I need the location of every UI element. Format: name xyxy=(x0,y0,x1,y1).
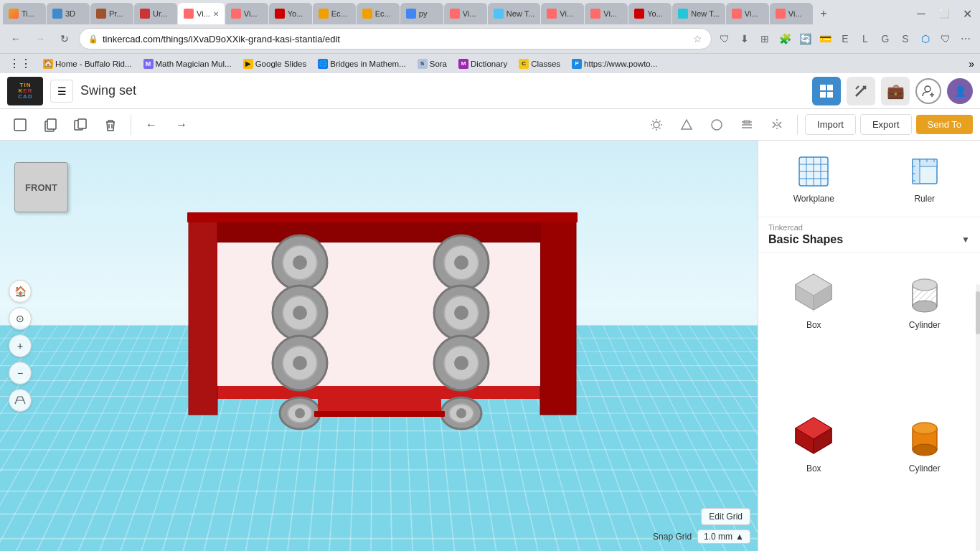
close-button[interactable]: ✕ xyxy=(957,4,977,24)
import-button[interactable]: Import xyxy=(805,114,856,135)
bookmark-slides-label: Google Slides xyxy=(255,60,307,68)
pickaxe-button[interactable] xyxy=(847,77,875,105)
bookmark-home[interactable]: 🏠 Home - Buffalo Rid... xyxy=(40,57,135,70)
tab-t16[interactable]: New T... xyxy=(672,3,725,24)
bookmark-slides[interactable]: ▶ Google Slides xyxy=(240,57,310,70)
bookmark-classes[interactable]: C Classes xyxy=(516,57,563,70)
right-panel-scrollbar[interactable] xyxy=(976,284,980,551)
tab-t1[interactable]: Ti... xyxy=(3,3,46,24)
duplicate-button[interactable] xyxy=(67,112,93,138)
browser-sync-icon[interactable]: 🔄 xyxy=(796,30,814,47)
add-user-button[interactable] xyxy=(915,78,941,104)
lastpass-icon[interactable]: L xyxy=(857,30,874,47)
zoom-in-button[interactable]: + xyxy=(9,334,32,357)
shield-icon[interactable]: 🛡 xyxy=(716,30,733,47)
download-icon[interactable]: ⬇ xyxy=(736,30,753,47)
tab-t12[interactable]: New T... xyxy=(488,3,541,24)
restore-button[interactable]: ⬜ xyxy=(934,4,954,24)
bookmark-bridges[interactable]: 🌐 Bridges in Mathem... xyxy=(315,57,408,70)
delete-button[interactable] xyxy=(98,112,123,138)
home-view-button[interactable]: 🏠 xyxy=(9,280,32,303)
edit-grid-button[interactable]: Edit Grid xyxy=(701,508,750,525)
tab-t6[interactable]: Vi... xyxy=(225,3,268,24)
shape-cylinder-gray[interactable]: Cylinder xyxy=(870,258,981,402)
ruler-button[interactable]: Ruler xyxy=(870,148,981,209)
shape-tools-button[interactable] xyxy=(674,112,699,138)
tinkercad-logo[interactable]: T I N K E R C A D xyxy=(7,77,43,105)
bookmarks-more-icon[interactable]: » xyxy=(969,58,974,70)
address-input[interactable]: 🔒 tinkercad.com/things/iXvaD9oXXik-grand… xyxy=(79,28,712,50)
svg-rect-12 xyxy=(47,119,56,129)
align-button[interactable] xyxy=(734,112,760,138)
shapes-category-name: Basic Shapes xyxy=(768,233,843,246)
briefcase-button[interactable]: 💼 xyxy=(881,77,910,105)
circle-tool-button[interactable] xyxy=(704,112,730,138)
redo-button[interactable]: → xyxy=(169,112,194,138)
shape-box-gray[interactable]: Box xyxy=(758,258,870,402)
right-panel-scrollbar-thumb[interactable] xyxy=(976,291,980,334)
grammarly-icon[interactable]: G xyxy=(877,30,894,47)
tab-t11[interactable]: Vi... xyxy=(444,3,487,24)
light-button[interactable] xyxy=(644,112,669,138)
viewport[interactable]: FRONT xyxy=(0,141,758,551)
tab-label-t9: Ec... xyxy=(375,9,394,18)
shape-cylinder-orange[interactable]: Cylinder xyxy=(870,402,981,545)
back-button[interactable]: ← xyxy=(6,29,26,49)
tab-t7[interactable]: Yo... xyxy=(269,3,312,24)
star-icon[interactable]: ☆ xyxy=(693,33,702,44)
svg-rect-63 xyxy=(318,392,441,413)
sora-icon[interactable]: S xyxy=(897,30,914,47)
grid-view-button[interactable] xyxy=(812,77,841,105)
tab-t3[interactable]: Pr... xyxy=(90,3,133,24)
send-to-button[interactable]: Send To xyxy=(916,115,973,134)
tab-t8[interactable]: Ec... xyxy=(313,3,356,24)
tab-t14[interactable]: Vi... xyxy=(585,3,628,24)
tab-t2[interactable]: 3D xyxy=(47,3,90,24)
svg-point-96 xyxy=(913,444,937,456)
new-plane-button[interactable] xyxy=(7,112,33,138)
tab-t10[interactable]: py xyxy=(400,3,443,24)
snap-value-button[interactable]: 1.0 mm ▲ xyxy=(697,529,750,544)
tab-t9[interactable]: Ec... xyxy=(357,3,400,24)
tab-t5[interactable]: Vi... ✕ xyxy=(178,3,225,24)
workplane-button[interactable]: Workplane xyxy=(758,148,870,209)
reload-button[interactable]: ↻ xyxy=(55,29,75,49)
bookmark-dictionary[interactable]: M Dictionary xyxy=(456,57,510,70)
bookmark-math[interactable]: M Math Magician Mul... xyxy=(141,57,235,70)
svg-rect-1 xyxy=(827,85,833,90)
tab-label-t15: Yo... xyxy=(647,9,666,18)
tab-favicon-t12 xyxy=(494,9,504,19)
bookmark-powto[interactable]: P https://www.powto... xyxy=(569,57,660,70)
tab-close-t5[interactable]: ✕ xyxy=(213,10,219,18)
bookmark-apps-icon[interactable]: ⋮⋮ xyxy=(6,55,34,72)
tab-t15[interactable]: Yo... xyxy=(628,3,672,24)
forward-button[interactable]: → xyxy=(30,29,50,49)
edge-ext-icon[interactable]: E xyxy=(837,30,854,47)
tab-t18[interactable]: Vi... xyxy=(770,3,813,24)
fit-view-button[interactable]: ⊙ xyxy=(9,307,32,330)
hamburger-menu-button[interactable]: ☰ xyxy=(50,80,73,103)
export-button[interactable]: Export xyxy=(860,114,912,135)
minimize-button[interactable]: ─ xyxy=(911,4,931,24)
mirror-button[interactable] xyxy=(764,112,790,138)
new-tab-button[interactable]: + xyxy=(814,4,834,24)
project-name[interactable]: Swing set xyxy=(80,83,805,98)
copy-button[interactable] xyxy=(37,112,63,138)
tab-t17[interactable]: Vi... xyxy=(726,3,769,24)
perspective-button[interactable] xyxy=(9,389,32,412)
wallet-icon[interactable]: 💳 xyxy=(816,30,834,47)
extension-icon[interactable]: 🧩 xyxy=(776,30,793,47)
antivirus-icon[interactable]: 🛡 xyxy=(937,30,954,47)
apps-icon[interactable]: ⊞ xyxy=(756,30,773,47)
tab-t4[interactable]: Ur... xyxy=(134,3,177,24)
menu-button[interactable]: ⋯ xyxy=(957,30,974,47)
zoom-out-button[interactable]: − xyxy=(9,362,32,385)
tab-t13[interactable]: Vi... xyxy=(541,3,584,24)
bookmark-sora[interactable]: S Sora xyxy=(415,57,450,70)
undo-button[interactable]: ← xyxy=(138,112,164,138)
shape-box-red[interactable]: Box xyxy=(758,402,870,545)
panel-collapse-button[interactable]: ❯ xyxy=(758,331,758,360)
edge-icon[interactable]: ⬡ xyxy=(917,30,934,47)
shapes-dropdown-arrow[interactable]: ▼ xyxy=(961,235,970,245)
user-avatar[interactable]: 👤 xyxy=(947,78,973,104)
